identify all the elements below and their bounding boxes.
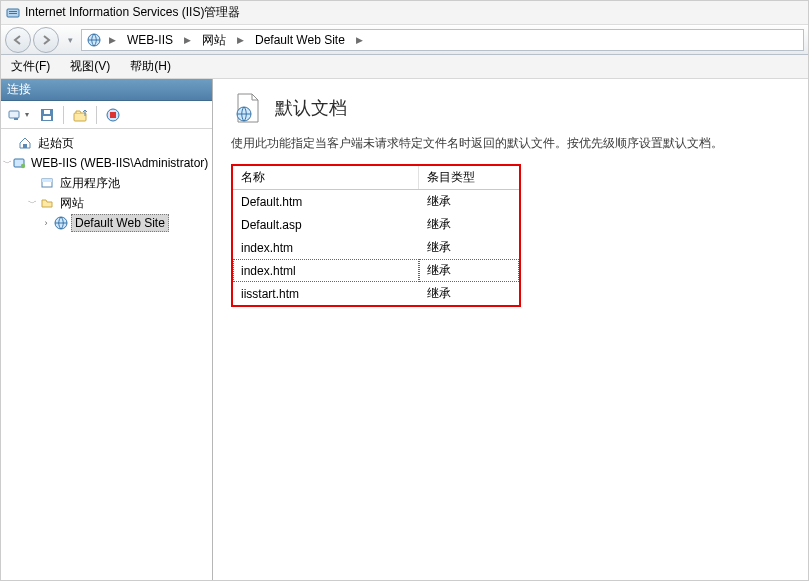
menubar: 文件(F) 视图(V) 帮助(H) [1,55,808,79]
default-documents-table: 名称 条目类型 Default.htm继承Default.asp继承index.… [233,166,519,305]
folder-icon [39,195,55,211]
breadcrumb-item[interactable]: 网站 [198,30,230,51]
server-icon [12,155,26,171]
expand-toggle[interactable]: › [39,218,53,228]
apppool-icon [39,175,55,191]
tree-label: 网站 [57,194,87,213]
connect-icon [7,107,23,123]
svg-rect-2 [9,13,17,14]
nav-forward-button[interactable] [33,27,59,53]
svg-rect-5 [14,118,18,120]
breadcrumb-item[interactable]: Default Web Site [251,31,349,49]
cell-name: Default.htm [233,190,419,214]
table-row[interactable]: Default.asp继承 [233,213,519,236]
chevron-right-icon[interactable]: ▶ [353,35,366,45]
cell-entrytype: 继承 [419,236,519,259]
table-row[interactable]: index.htm继承 [233,236,519,259]
cell-entrytype: 继承 [419,259,519,282]
connections-panel: 连接 ▾ 起始页 ﹀ WEB-IIS (WEB-IIS\Administrato… [1,79,213,580]
svg-rect-9 [74,113,86,121]
tree-node-apppools[interactable]: 应用程序池 [1,173,212,193]
tree-label: 应用程序池 [57,174,123,193]
cell-name: index.html [233,259,419,282]
tree-node-server[interactable]: ﹀ WEB-IIS (WEB-IIS\Administrator) [1,153,212,173]
cell-name: iisstart.htm [233,282,419,305]
toolbar-separator [63,106,64,124]
up-button[interactable] [70,104,90,126]
svg-rect-7 [43,116,51,120]
cell-entrytype: 继承 [419,190,519,214]
menu-help[interactable]: 帮助(H) [126,56,175,77]
cell-name: index.htm [233,236,419,259]
tree-node-sites[interactable]: ﹀ 网站 [1,193,212,213]
up-icon [72,107,88,123]
cell-entrytype: 继承 [419,282,519,305]
tree-node-default-site[interactable]: › Default Web Site [1,213,212,233]
col-entrytype[interactable]: 条目类型 [419,166,519,190]
titlebar: Internet Information Services (IIS)管理器 [1,1,808,25]
chevron-down-icon: ▾ [23,107,31,123]
svg-rect-16 [42,179,52,182]
chevron-right-icon[interactable]: ▶ [106,35,119,45]
table-row[interactable]: index.html继承 [233,259,519,282]
default-document-icon [231,91,265,125]
content-area: 连接 ▾ 起始页 ﹀ WEB-IIS (WEB-IIS\Administrato… [1,79,808,580]
save-icon [39,107,55,123]
table-header-row: 名称 条目类型 [233,166,519,190]
toolbar-separator [96,106,97,124]
page-description: 使用此功能指定当客户端未请求特定文件名时返回的默认文件。按优先级顺序设置默认文档… [231,135,790,152]
breadcrumb-item[interactable]: WEB-IIS [123,31,177,49]
tree-label: 起始页 [35,134,77,153]
chevron-right-icon[interactable]: ▶ [181,35,194,45]
connections-tree: 起始页 ﹀ WEB-IIS (WEB-IIS\Administrator) 应用… [1,129,212,580]
home-icon [17,135,33,151]
globe-icon [53,215,69,231]
tree-label: Default Web Site [71,214,169,232]
svg-rect-4 [9,111,19,118]
cell-name: Default.asp [233,213,419,236]
chevron-right-icon[interactable]: ▶ [234,35,247,45]
stop-icon [105,107,121,123]
address-bar: ▾ ▶ WEB-IIS ▶ 网站 ▶ Default Web Site ▶ [1,25,808,55]
nav-history-dropdown[interactable]: ▾ [63,35,77,45]
table-row[interactable]: Default.htm继承 [233,190,519,214]
connections-header: 连接 [1,79,212,101]
connections-toolbar: ▾ [1,101,212,129]
stop-button[interactable] [103,104,123,126]
server-icon [86,32,102,48]
svg-rect-11 [110,112,116,118]
main-panel: 默认文档 使用此功能指定当客户端未请求特定文件名时返回的默认文件。按优先级顺序设… [213,79,808,580]
page-title: 默认文档 [275,96,347,120]
expand-toggle[interactable]: ﹀ [25,197,39,210]
cell-entrytype: 继承 [419,213,519,236]
svg-point-14 [21,164,25,168]
tree-node-startpage[interactable]: 起始页 [1,133,212,153]
iis-manager-icon [5,5,21,21]
window-title: Internet Information Services (IIS)管理器 [21,4,240,21]
menu-view[interactable]: 视图(V) [66,56,114,77]
svg-rect-8 [44,110,50,114]
tree-label: WEB-IIS (WEB-IIS\Administrator) [28,155,211,171]
menu-file[interactable]: 文件(F) [7,56,54,77]
table-row[interactable]: iisstart.htm继承 [233,282,519,305]
svg-rect-12 [23,144,27,148]
page-head: 默认文档 [231,91,790,125]
svg-rect-1 [9,11,17,12]
default-documents-table-highlight: 名称 条目类型 Default.htm继承Default.asp继承index.… [231,164,521,307]
connect-button[interactable]: ▾ [5,104,33,126]
nav-back-button[interactable] [5,27,31,53]
col-name[interactable]: 名称 [233,166,419,190]
expand-toggle[interactable]: ﹀ [3,157,12,170]
save-button[interactable] [37,104,57,126]
breadcrumb: ▶ WEB-IIS ▶ 网站 ▶ Default Web Site ▶ [81,29,804,51]
